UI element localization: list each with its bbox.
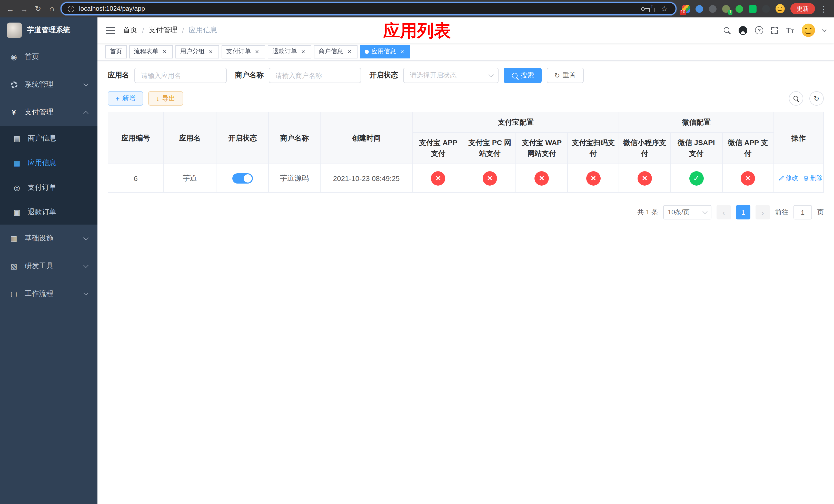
status-select-placeholder: 请选择开启状态	[410, 71, 457, 80]
sidebar-item-app-info[interactable]: 应用信息	[0, 151, 97, 175]
chevron-down-icon	[488, 72, 494, 77]
browser-profile-avatar[interactable]	[775, 4, 785, 13]
search-icon	[511, 72, 518, 79]
extension-icon-1[interactable]: 10	[682, 5, 690, 13]
browser-toolbar: localhost:1024/pay/app 10 1 更新	[0, 0, 834, 18]
sidebar-item-infrastructure[interactable]: 基础设施	[0, 225, 97, 252]
sidebar-item-devtools[interactable]: 研发工具	[0, 252, 97, 280]
reset-button[interactable]: 重置	[547, 68, 584, 83]
alipay-qr-status-icon	[586, 171, 601, 185]
browser-update-button[interactable]: 更新	[790, 3, 815, 14]
next-page-button[interactable]	[755, 205, 770, 220]
col-group-alipay: 支付宝配置	[413, 112, 619, 133]
close-icon[interactable]	[300, 48, 307, 55]
sidebar-item-home[interactable]: 首页	[0, 43, 97, 71]
wechat-lite-status-icon	[638, 171, 652, 185]
export-button[interactable]: 导出	[148, 91, 183, 106]
sidebar-item-workflow[interactable]: 工作流程	[0, 280, 97, 307]
sidebar-item-merchant-info[interactable]: 商户信息	[0, 126, 97, 151]
chevron-up-icon	[83, 111, 88, 116]
sidebar-item-refund-order[interactable]: 退款订单	[0, 200, 97, 225]
apps-table: 应用编号 应用名 开启状态 商户名称 创建时间 支付宝配置 微信配置 操作 支付…	[108, 112, 824, 193]
share-icon[interactable]	[649, 7, 655, 12]
extension-badge: 1	[728, 9, 732, 15]
address-bar[interactable]: localhost:1024/pay/app	[61, 2, 677, 15]
add-button[interactable]: 新增	[108, 91, 143, 106]
extension-icon-2[interactable]	[696, 5, 703, 13]
tab-refund-order[interactable]: 退款订单	[268, 45, 311, 58]
sidebar-item-payment[interactable]: 支付管理	[0, 98, 97, 126]
password-key-icon[interactable]	[641, 7, 645, 10]
edit-link[interactable]: 修改	[778, 174, 798, 183]
cell-wechat-app	[722, 164, 773, 192]
col-app-id: 应用编号	[108, 112, 163, 164]
prev-page-button[interactable]	[717, 205, 731, 220]
tab-payment-order[interactable]: 支付订单	[222, 45, 265, 58]
browser-menu-icon[interactable]	[819, 4, 829, 14]
tab-merchant-info[interactable]: 商户信息	[314, 45, 357, 58]
tab-app-info[interactable]: 应用信息	[360, 45, 410, 58]
edit-label: 修改	[786, 174, 798, 183]
close-icon[interactable]	[254, 48, 261, 55]
url-text: localhost:1024/pay/app	[79, 5, 637, 12]
wechat-app-status-icon	[741, 171, 755, 185]
close-icon[interactable]	[161, 48, 168, 55]
github-icon[interactable]	[739, 26, 748, 35]
tab-home[interactable]: 首页	[105, 45, 127, 58]
col-alipay-pc: 支付宝 PC 网站支付	[464, 133, 516, 164]
table-toolbar: 新增 导出	[108, 91, 824, 106]
font-size-icon[interactable]	[786, 26, 794, 35]
hamburger-icon[interactable]	[106, 27, 115, 34]
refund-order-icon	[13, 208, 21, 216]
extension-icon-4[interactable]: 1	[722, 5, 730, 13]
bookmark-star-icon[interactable]	[659, 4, 670, 13]
status-select[interactable]: 请选择开启状态	[403, 68, 499, 83]
extension-icon-5[interactable]	[736, 5, 743, 13]
sidebar-item-label: 支付管理	[25, 108, 53, 117]
merchant-name-label: 商户名称	[235, 71, 264, 80]
col-wechat-jsapi: 微信 JSAPI 支付	[671, 133, 722, 164]
browser-back-icon[interactable]	[5, 4, 15, 13]
search-button-label: 搜索	[521, 71, 534, 80]
extension-icon-7[interactable]	[762, 5, 770, 13]
help-icon[interactable]	[755, 26, 764, 35]
cell-alipay-pc	[464, 164, 516, 192]
breadcrumb-payment[interactable]: 支付管理	[149, 26, 177, 35]
tab-process-form[interactable]: 流程表单	[129, 45, 173, 58]
site-info-icon[interactable]	[68, 5, 74, 12]
toggle-search-button[interactable]	[789, 91, 803, 106]
page-title: 应用列表	[383, 21, 451, 41]
logo-avatar	[7, 23, 22, 38]
page-number-button[interactable]: 1	[736, 205, 750, 220]
browser-forward-icon[interactable]	[19, 4, 29, 13]
tab-user-group[interactable]: 用户分组	[175, 45, 219, 58]
col-wechat-app: 微信 APP 支付	[722, 133, 773, 164]
cell-status	[216, 164, 269, 192]
page-size-select[interactable]: 10条/页	[663, 205, 711, 220]
devtools-icon	[10, 262, 18, 270]
goto-page-input[interactable]	[793, 205, 812, 220]
cell-app-id: 6	[108, 164, 163, 192]
close-icon[interactable]	[346, 48, 353, 55]
status-toggle[interactable]	[232, 173, 253, 183]
close-icon[interactable]	[398, 48, 406, 55]
delete-link[interactable]: 删除	[803, 174, 822, 183]
extension-icon-6[interactable]	[749, 5, 756, 13]
user-avatar[interactable]	[802, 24, 815, 37]
search-button[interactable]: 搜索	[504, 68, 542, 83]
close-icon[interactable]	[207, 48, 214, 55]
browser-home-icon[interactable]	[47, 4, 57, 13]
export-button-label: 导出	[162, 94, 175, 103]
chevron-down-icon[interactable]	[822, 27, 827, 32]
browser-reload-icon[interactable]	[33, 4, 43, 13]
breadcrumb-home[interactable]: 首页	[123, 26, 137, 35]
sidebar-item-system[interactable]: 系统管理	[0, 71, 97, 98]
sidebar-item-payment-order[interactable]: 支付订单	[0, 175, 97, 200]
app-name-input[interactable]	[134, 68, 227, 83]
infrastructure-icon	[10, 234, 18, 243]
fullscreen-icon[interactable]	[771, 27, 778, 34]
search-icon[interactable]	[723, 26, 731, 34]
merchant-name-input[interactable]	[269, 68, 361, 83]
extension-icon-3[interactable]	[709, 5, 717, 13]
refresh-table-button[interactable]	[809, 91, 824, 106]
